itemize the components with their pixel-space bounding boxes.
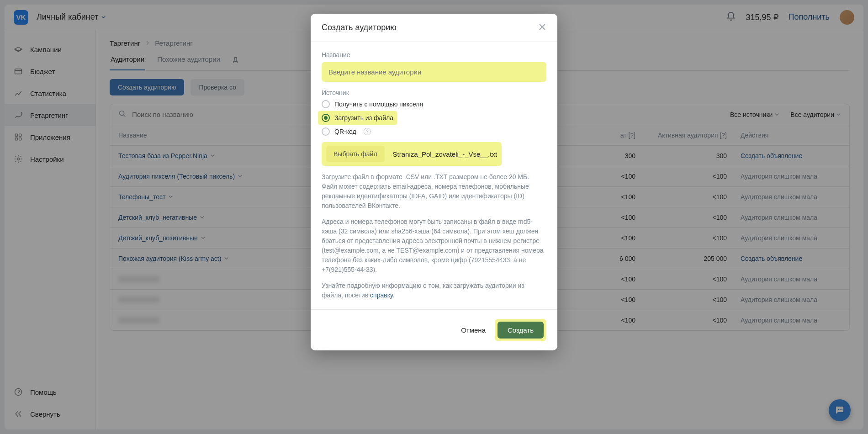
file-row: Выбрать файл Straniza_Pol_zovateli_-_Vse… bbox=[322, 142, 502, 166]
source-label: Источник bbox=[322, 89, 546, 96]
cancel-button[interactable]: Отмена bbox=[461, 326, 486, 334]
modal-overlay: Создать аудиторию Название Источник Полу… bbox=[0, 0, 868, 434]
create-audience-modal: Создать аудиторию Название Источник Полу… bbox=[311, 14, 557, 350]
radio-icon bbox=[322, 127, 330, 136]
radio-label: QR-код bbox=[334, 128, 356, 135]
source-radio-0[interactable]: Получить с помощью пикселя bbox=[322, 100, 546, 108]
radio-icon bbox=[322, 100, 330, 108]
file-name: Straniza_Pol_zovateli_-_Vse__.txt bbox=[393, 150, 497, 158]
close-icon[interactable] bbox=[538, 23, 546, 32]
modal-title: Создать аудиторию bbox=[322, 23, 397, 32]
source-radio-2[interactable]: QR-код? bbox=[322, 127, 546, 136]
radio-label: Получить с помощью пикселя bbox=[334, 101, 423, 108]
upload-description-1: Загрузите файл в формате .CSV или .TXT р… bbox=[322, 172, 546, 211]
create-button[interactable]: Создать bbox=[498, 322, 544, 339]
source-radio-1[interactable]: Загрузить из файла bbox=[322, 114, 546, 122]
help-icon[interactable]: ? bbox=[364, 128, 371, 135]
radio-label: Загрузить из файла bbox=[334, 114, 393, 122]
audience-name-input[interactable] bbox=[322, 63, 546, 81]
help-link[interactable]: справку bbox=[370, 291, 392, 299]
radio-icon bbox=[322, 114, 330, 122]
choose-file-button[interactable]: Выбрать файл bbox=[326, 146, 385, 162]
upload-description-2: Адреса и номера телефонов могут быть зап… bbox=[322, 217, 546, 275]
upload-description-3: Узнайте подробную информацию о том, как … bbox=[322, 281, 546, 300]
name-label: Название bbox=[322, 51, 546, 58]
